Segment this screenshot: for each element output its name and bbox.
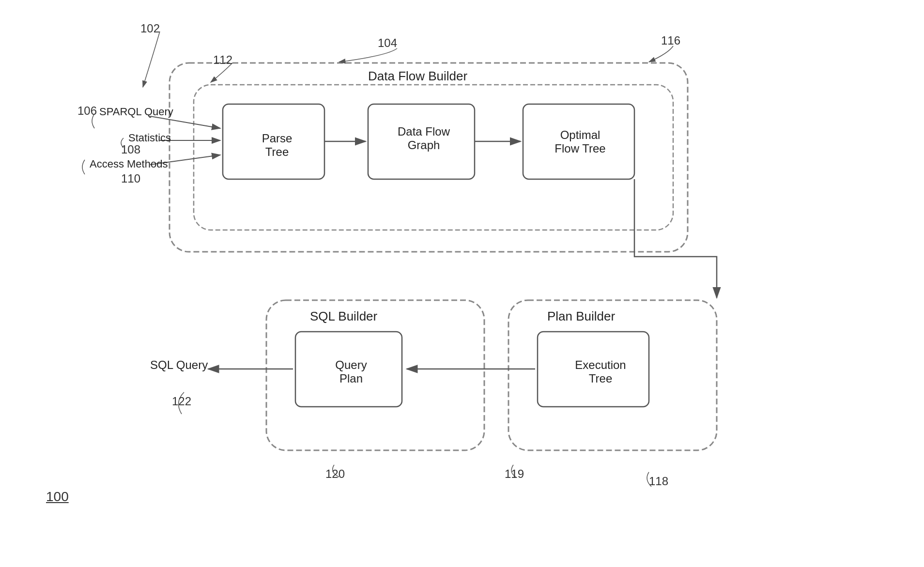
sql-query-label: SQL Query — [150, 358, 208, 372]
ref-100: 100 — [46, 489, 69, 505]
ref-122: 122 — [172, 395, 191, 408]
ref-112: 112 — [213, 53, 232, 67]
ref-116: 116 — [661, 34, 680, 47]
ref-120: 120 — [325, 467, 345, 481]
ref-118: 118 — [649, 475, 668, 488]
optimal-flow-tree-label: OptimalFlow Tree — [529, 128, 631, 155]
ref-108: 108 — [121, 143, 140, 156]
execution-tree-label: ExecutionTree — [552, 358, 649, 385]
ref-110: 110 — [121, 172, 140, 185]
data-flow-graph-label: Data Flow Graph — [383, 125, 465, 152]
plan-builder-label: Plan Builder — [547, 309, 615, 324]
data-flow-builder-label: Data Flow Builder — [368, 69, 467, 84]
sparql-query-label: SPARQL Query — [99, 106, 173, 118]
ref-102: 102 — [140, 22, 160, 35]
query-plan-label: QueryPlan — [312, 358, 390, 385]
diagram-container: 102 112 104 116 SPARQL Query Statistics … — [0, 0, 924, 567]
sql-builder-label: SQL Builder — [310, 309, 377, 324]
diagram-svg — [0, 0, 924, 567]
access-methods-label: Access Methods — [90, 158, 168, 170]
ref-106: 106 — [77, 104, 97, 118]
ref-119: 119 — [505, 467, 524, 481]
ref-104: 104 — [378, 36, 397, 50]
parse-tree-label: ParseTree — [238, 132, 316, 159]
